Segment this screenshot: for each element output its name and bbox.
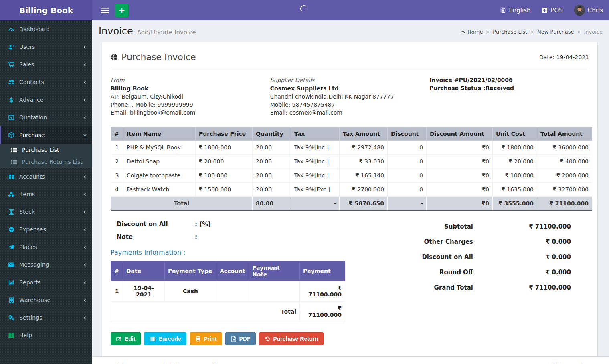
sidebar-item-advance[interactable]: $ Advance ‹ bbox=[0, 91, 92, 109]
envelope-icon bbox=[7, 262, 15, 267]
summary-round-off: Round Off ₹ 0.000 bbox=[351, 269, 571, 276]
total-quantity: 80.00 bbox=[253, 197, 291, 211]
invoice-parties: From Billing Book AP: Belgaum, City:Chik… bbox=[111, 76, 589, 117]
pos-menu[interactable]: POS bbox=[542, 7, 562, 14]
from-email: Email: billingbook@email.com bbox=[111, 109, 270, 117]
main-content: Invoice Add/Update Invoice Home > Purcha… bbox=[92, 20, 609, 364]
col-unit-cost: Unit Cost bbox=[493, 127, 537, 141]
dashboard-icon bbox=[7, 26, 15, 32]
chevron-left-icon: ‹ bbox=[83, 61, 86, 68]
summary-subtotal: Subtotal ₹ 71100.000 bbox=[351, 223, 571, 230]
brand-logo[interactable]: Billing Book bbox=[0, 0, 92, 20]
supplier-block: Supplier Details Cosmex Suppliers Ltd Ch… bbox=[270, 76, 430, 117]
from-phone: Phone: , Mobile: 9999999999 bbox=[111, 101, 270, 109]
sidebar-subitem-purchase-returns-list[interactable]: Purchase Returns List bbox=[0, 156, 92, 168]
edit-button[interactable]: Edit bbox=[111, 332, 141, 345]
invoice-lower-section: Discount on All : (%) Note : Payments In… bbox=[111, 221, 589, 322]
sidebar-item-users[interactable]: Users ‹ bbox=[0, 38, 92, 56]
building-icon bbox=[7, 297, 15, 303]
page-title: Invoice bbox=[99, 26, 133, 37]
pay-col-payment: Payment bbox=[300, 261, 345, 281]
sidebar-item-purchase[interactable]: Purchase ‹ bbox=[0, 126, 92, 144]
chevron-down-icon: ‹ bbox=[81, 133, 88, 136]
user-menu[interactable]: Chris bbox=[574, 5, 603, 16]
supplier-name: Cosmex Suppliers Ltd bbox=[270, 84, 430, 93]
grid-icon bbox=[7, 174, 15, 180]
summary-discount-on-all: Discount on All ₹ 0.000 bbox=[351, 253, 571, 261]
payments-total-row: Total ₹ 71100.000 bbox=[111, 302, 345, 322]
sidebar-item-quotation[interactable]: Quotation ‹ bbox=[0, 109, 92, 126]
note-line: Note : bbox=[111, 233, 351, 241]
sidebar-item-contacts[interactable]: Contacts ‹ bbox=[0, 73, 92, 91]
barcode-button[interactable]: Barcode bbox=[144, 332, 186, 345]
sidebar-item-expenses[interactable]: Expenses ‹ bbox=[0, 221, 92, 238]
hourglass-icon bbox=[7, 209, 15, 215]
sidebar-subitem-purchase-list[interactable]: Purchase List bbox=[0, 144, 92, 156]
items-total-row: Total 80.00 - ₹ 5870.650 - ₹0 ₹ 3555.000… bbox=[111, 197, 592, 211]
breadcrumb-home[interactable]: Home bbox=[460, 29, 483, 35]
invoice-heading: Purchase Invoice bbox=[111, 52, 196, 62]
footer: Copyright © 2021 All rights reserved. Bi… bbox=[92, 356, 609, 364]
cart-icon bbox=[7, 62, 15, 68]
chevron-left-icon: ‹ bbox=[83, 191, 86, 198]
payments-total-value: ₹ 71100.000 bbox=[300, 302, 345, 322]
purchase-return-button[interactable]: Purchase Return bbox=[259, 332, 324, 345]
items-table: # Item Name Purchase Price Quantity Tax … bbox=[111, 127, 592, 211]
sidebar-item-help[interactable]: Help bbox=[0, 326, 92, 344]
note-label: Note bbox=[117, 233, 195, 241]
loading-spinner bbox=[300, 5, 308, 12]
language-menu[interactable]: English bbox=[500, 7, 530, 14]
sidebar-item-warehouse[interactable]: Warehouse ‹ bbox=[0, 291, 92, 309]
invoice-meta-block: Invoice #PU/2021/02/0006 Purchase Status… bbox=[429, 76, 589, 117]
plus-square-icon bbox=[542, 7, 548, 13]
note-value: : bbox=[195, 233, 197, 241]
list-icon bbox=[11, 147, 18, 153]
col-purchase-price: Purchase Price bbox=[196, 127, 253, 141]
breadcrumb-separator: > bbox=[530, 29, 534, 35]
app-window: Billing Book + English POS bbox=[0, 0, 609, 364]
print-button[interactable]: Print bbox=[190, 332, 222, 345]
sidebar-item-messaging[interactable]: Messaging ‹ bbox=[0, 256, 92, 274]
undo-icon bbox=[265, 336, 270, 342]
hamburger-menu-icon[interactable] bbox=[98, 0, 112, 20]
discount-on-all-label: Discount on All bbox=[117, 221, 195, 228]
chevron-left-icon: ‹ bbox=[83, 261, 86, 268]
sidebar-item-reports[interactable]: Reports ‹ bbox=[0, 274, 92, 291]
table-row: 4 Fastrack Watch ₹ 1500.000 20.00 Tax 9%… bbox=[111, 183, 592, 197]
action-buttons: Edit Barcode Print bbox=[111, 332, 589, 345]
sidebar-item-stock[interactable]: Stock ‹ bbox=[0, 203, 92, 221]
chevron-left-icon: ‹ bbox=[83, 79, 86, 86]
sidebar-item-settings[interactable]: Settings ‹ bbox=[0, 309, 92, 326]
divider bbox=[111, 68, 589, 68]
pay-col-note: Payment Note bbox=[249, 261, 300, 281]
breadcrumb: Home > Purchase List > New Purchase > In… bbox=[460, 29, 603, 35]
sidebar-item-dashboard[interactable]: Dashboard bbox=[0, 20, 92, 38]
invoice-number: Invoice #PU/2021/02/0006 bbox=[429, 76, 589, 84]
chevron-left-icon: ‹ bbox=[83, 314, 86, 321]
sidebar-item-accounts[interactable]: Accounts ‹ bbox=[0, 168, 92, 185]
breadcrumb-separator: > bbox=[486, 29, 490, 35]
sidebar-item-items[interactable]: Items ‹ bbox=[0, 185, 92, 203]
summary-grand-total: Grand Total ₹ 71100.000 bbox=[351, 284, 571, 291]
table-row: 1 19-04-2021 Cash ₹ 71100.000 bbox=[111, 281, 345, 302]
edit-icon bbox=[116, 336, 122, 342]
breadcrumb-new-purchase[interactable]: New Purchase bbox=[537, 29, 574, 35]
add-new-button[interactable]: + bbox=[115, 4, 129, 17]
sidebar-item-sales[interactable]: Sales ‹ bbox=[0, 56, 92, 73]
invoice-lower-left: Discount on All : (%) Note : Payments In… bbox=[111, 221, 351, 322]
pay-col-index: # bbox=[111, 261, 123, 281]
breadcrumb-purchase-list[interactable]: Purchase List bbox=[493, 29, 527, 35]
pos-label: POS bbox=[550, 7, 562, 14]
col-tax: Tax bbox=[291, 127, 340, 141]
sidebar-item-places[interactable]: Places ‹ bbox=[0, 238, 92, 256]
total-discount: - bbox=[388, 197, 427, 211]
pdf-button[interactable]: PDF bbox=[225, 332, 256, 345]
chevron-left-icon: ‹ bbox=[83, 226, 86, 233]
supplier-email: Email: cosmex@mail.com bbox=[270, 109, 430, 117]
purchase-status: Purchase Status :Received bbox=[429, 84, 589, 92]
summary-other-charges: Other Charges ₹ 0.000 bbox=[351, 238, 571, 245]
chevron-left-icon: ‹ bbox=[83, 279, 86, 286]
payments-header-row: # Date Payment Type Account Payment Note… bbox=[111, 261, 345, 281]
from-address: AP: Belgaum, City:Chikodi bbox=[111, 93, 270, 101]
col-discount-amount: Discount Amount bbox=[427, 127, 493, 141]
